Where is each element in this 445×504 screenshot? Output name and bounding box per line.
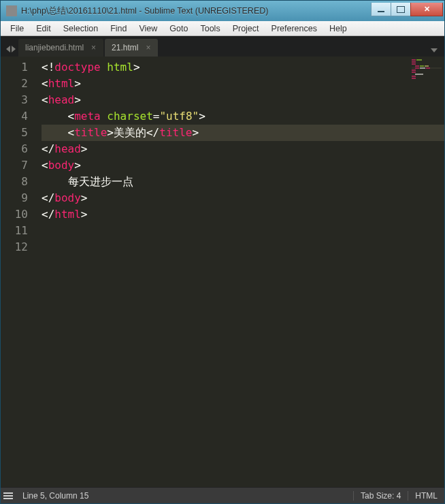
line-number: 11 xyxy=(1,223,28,239)
statusbar: Line 5, Column 15 Tab Size: 4 HTML xyxy=(1,487,444,503)
code-area[interactable]: <!doctype html><html><head> <meta charse… xyxy=(36,57,444,487)
menu-icon[interactable] xyxy=(1,491,16,501)
menu-selection[interactable]: Selection xyxy=(58,22,103,35)
tab-lianjiebendi[interactable]: lianjiebendi.html × xyxy=(18,39,103,57)
tab-next-icon[interactable] xyxy=(12,46,16,52)
line-number: 8 xyxy=(1,174,28,190)
tab-nav xyxy=(5,46,18,57)
code-line[interactable]: </html> xyxy=(42,206,444,223)
menubar: File Edit Selection Find View Goto Tools… xyxy=(1,21,444,36)
status-cursor[interactable]: Line 5, Column 15 xyxy=(16,491,95,501)
menu-project[interactable]: Project xyxy=(227,22,265,35)
menu-file[interactable]: File xyxy=(5,22,29,35)
line-number: 6 xyxy=(1,141,28,157)
menu-preferences[interactable]: Preferences xyxy=(266,22,323,35)
svg-rect-0 xyxy=(3,492,13,494)
close-button[interactable] xyxy=(410,3,443,16)
chevron-down-icon xyxy=(431,48,438,52)
menu-help[interactable]: Help xyxy=(324,22,352,35)
close-icon[interactable]: × xyxy=(90,43,97,52)
line-number: 12 xyxy=(1,239,28,255)
line-number: 5 xyxy=(1,125,28,141)
status-syntax[interactable]: HTML xyxy=(408,491,444,501)
window-controls xyxy=(372,3,443,16)
close-icon[interactable]: × xyxy=(145,43,151,52)
svg-rect-1 xyxy=(3,495,13,497)
app-window: H:\php\总结\20161110\21.html - Sublime Tex… xyxy=(0,0,445,504)
tab-21-html[interactable]: 21.html × xyxy=(105,39,158,57)
tab-overflow[interactable] xyxy=(424,44,444,57)
code-line[interactable]: <body> xyxy=(42,157,444,174)
editor[interactable]: 123456789101112 <!doctype html><html><he… xyxy=(1,57,444,487)
menu-view[interactable]: View xyxy=(133,22,163,35)
status-tabsize[interactable]: Tab Size: 4 xyxy=(353,491,408,501)
app-icon xyxy=(6,5,17,16)
window-title: H:\php\总结\20161110\21.html - Sublime Tex… xyxy=(21,5,372,17)
line-number: 3 xyxy=(1,92,28,108)
line-number: 9 xyxy=(1,190,28,206)
menu-find[interactable]: Find xyxy=(105,22,132,35)
line-number: 4 xyxy=(1,108,28,125)
minimap[interactable] xyxy=(412,59,442,80)
code-line[interactable]: <html> xyxy=(42,76,444,92)
svg-rect-2 xyxy=(3,498,13,499)
gutter: 123456789101112 xyxy=(1,57,36,487)
code-line[interactable]: <meta charset="utf8"> xyxy=(42,108,444,125)
line-number: 1 xyxy=(1,59,28,76)
titlebar[interactable]: H:\php\总结\20161110\21.html - Sublime Tex… xyxy=(1,1,444,21)
code-line[interactable]: 每天进步一点 xyxy=(42,174,444,190)
maximize-button[interactable] xyxy=(391,3,411,16)
code-line[interactable]: </body> xyxy=(42,190,444,206)
code-line[interactable]: <title>美美的</title> xyxy=(42,125,444,141)
code-line[interactable]: </head> xyxy=(42,141,444,157)
minimize-button[interactable] xyxy=(371,3,391,16)
tab-label: 21.html xyxy=(112,43,138,52)
tabbar: lianjiebendi.html × 21.html × xyxy=(1,36,444,57)
tab-label: lianjiebendi.html xyxy=(25,43,84,52)
line-number: 2 xyxy=(1,76,28,92)
menu-tools[interactable]: Tools xyxy=(195,22,225,35)
line-number: 7 xyxy=(1,157,28,174)
code-line[interactable] xyxy=(42,223,444,239)
tab-prev-icon[interactable] xyxy=(6,46,10,52)
code-line[interactable] xyxy=(42,239,444,255)
menu-edit[interactable]: Edit xyxy=(31,22,56,35)
line-number: 10 xyxy=(1,206,28,223)
menu-goto[interactable]: Goto xyxy=(164,22,193,35)
code-line[interactable]: <!doctype html> xyxy=(42,59,444,76)
code-line[interactable]: <head> xyxy=(42,92,444,108)
